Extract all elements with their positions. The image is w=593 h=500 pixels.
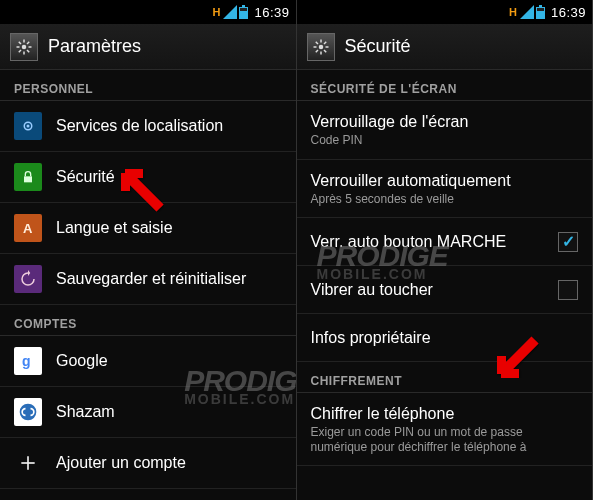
lock-icon: [14, 163, 42, 191]
svg-point-23: [318, 44, 323, 49]
svg-line-10: [19, 50, 21, 52]
row-screen-lock[interactable]: Verrouillage de l'écran Code PIN: [297, 101, 593, 160]
svg-line-29: [324, 50, 326, 52]
row-backup[interactable]: Sauvegarder et réinitialiser: [0, 254, 296, 305]
row-location[interactable]: Services de localisation: [0, 101, 296, 152]
svg-text:g: g: [22, 353, 31, 369]
row-google[interactable]: g Google: [0, 336, 296, 387]
checkbox-unchecked[interactable]: [558, 280, 578, 300]
row-shazam[interactable]: Shazam: [0, 387, 296, 438]
svg-point-13: [27, 125, 30, 128]
svg-point-3: [22, 44, 27, 49]
svg-line-11: [27, 41, 29, 43]
battery-icon: [239, 5, 248, 19]
svg-line-9: [27, 50, 29, 52]
screenshot-right: H 16:39 Sécurité SÉCURITÉ DE L'ÉCRAN Ver…: [297, 0, 594, 500]
svg-text:A: A: [23, 221, 33, 236]
row-label: Verrouiller automatiquement: [311, 171, 579, 190]
row-auto-lock[interactable]: Verrouiller automatiquement Après 5 seco…: [297, 160, 593, 219]
shazam-icon: [14, 398, 42, 426]
row-label: Sécurité: [56, 167, 282, 186]
row-label: Infos propriétaire: [311, 328, 579, 347]
location-icon: [14, 112, 42, 140]
svg-line-31: [324, 41, 326, 43]
row-encrypt[interactable]: Chiffrer le téléphone Exiger un code PIN…: [297, 393, 593, 466]
row-label: Vibrer au toucher: [311, 280, 545, 299]
checkbox-checked[interactable]: ✓: [558, 232, 578, 252]
svg-line-30: [315, 50, 317, 52]
row-security[interactable]: Sécurité: [0, 152, 296, 203]
row-sublabel: Code PIN: [311, 133, 579, 147]
row-owner-info[interactable]: Infos propriétaire: [297, 314, 593, 362]
row-vibrate[interactable]: Vibrer au toucher: [297, 266, 593, 314]
svg-line-28: [315, 41, 317, 43]
row-label: Langue et saisie: [56, 218, 282, 237]
page-title: Paramètres: [48, 36, 141, 57]
row-label: Verr. auto bouton MARCHE: [311, 232, 545, 251]
row-sublabel: Exiger un code PIN ou un mot de passe nu…: [311, 425, 579, 454]
page-title: Sécurité: [345, 36, 411, 57]
row-label: Google: [56, 351, 282, 370]
section-comptes: COMPTES: [0, 305, 296, 336]
section-encryption: CHIFFREMENT: [297, 362, 593, 393]
screenshot-left: H 16:39 Paramètres PERSONNEL Services de…: [0, 0, 297, 500]
section-personnel: PERSONNEL: [0, 70, 296, 101]
section-systeme: SYSTÈME: [0, 489, 296, 500]
row-label: Ajouter un compte: [56, 453, 282, 472]
row-label: Verrouillage de l'écran: [311, 112, 579, 131]
language-icon: A: [14, 214, 42, 242]
net-type-indicator: H: [213, 6, 221, 18]
svg-rect-21: [539, 5, 542, 7]
row-label: Chiffrer le téléphone: [311, 404, 579, 423]
svg-rect-14: [24, 176, 32, 182]
row-label: Shazam: [56, 402, 282, 421]
row-language[interactable]: A Langue et saisie: [0, 203, 296, 254]
status-bar: H 16:39: [0, 0, 296, 24]
row-sublabel: Après 5 secondes de veille: [311, 192, 579, 206]
settings-icon[interactable]: [307, 33, 335, 61]
signal-icon: [223, 5, 237, 19]
settings-list: PERSONNEL Services de localisation Sécur…: [0, 70, 296, 500]
app-header: Sécurité: [297, 24, 593, 70]
net-type-indicator: H: [509, 6, 517, 18]
row-label: Sauvegarder et réinitialiser: [56, 269, 282, 288]
row-label: Services de localisation: [56, 116, 282, 135]
status-clock: 16:39: [254, 5, 289, 20]
status-bar: H 16:39: [297, 0, 593, 24]
section-screen-security: SÉCURITÉ DE L'ÉCRAN: [297, 70, 593, 101]
svg-rect-22: [537, 8, 544, 11]
settings-icon: [10, 33, 38, 61]
plus-icon: [14, 449, 42, 477]
security-list: SÉCURITÉ DE L'ÉCRAN Verrouillage de l'éc…: [297, 70, 593, 466]
svg-rect-2: [240, 8, 247, 11]
status-clock: 16:39: [551, 5, 586, 20]
google-icon: g: [14, 347, 42, 375]
row-add-account[interactable]: Ajouter un compte: [0, 438, 296, 489]
app-header: Paramètres: [0, 24, 296, 70]
svg-line-8: [19, 41, 21, 43]
backup-icon: [14, 265, 42, 293]
row-power-lock[interactable]: Verr. auto bouton MARCHE ✓: [297, 218, 593, 266]
svg-rect-1: [242, 5, 245, 7]
signal-icon: [520, 5, 534, 19]
battery-icon: [536, 5, 545, 19]
